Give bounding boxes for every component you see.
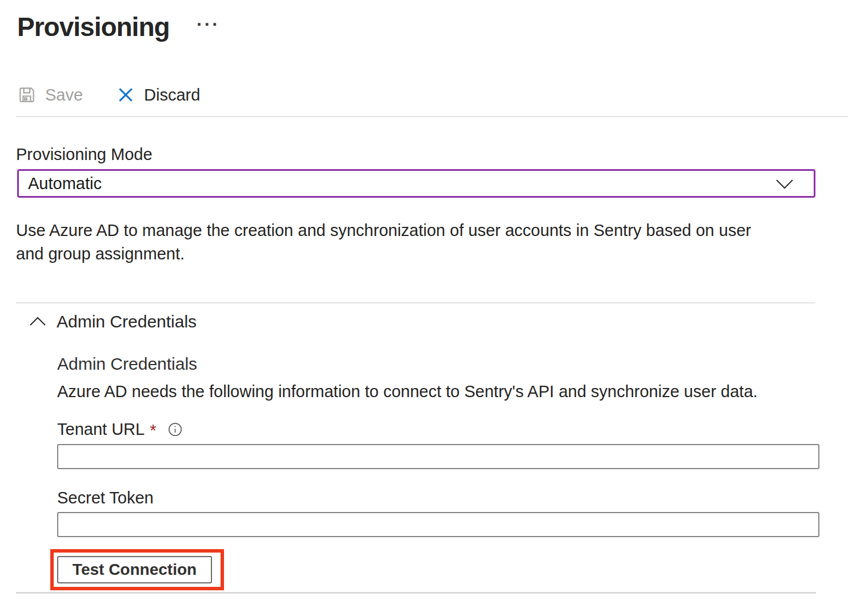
- provisioning-mode-selected-value: Automatic: [28, 174, 102, 193]
- provisioning-description: Use Azure AD to manage the creation and …: [16, 219, 762, 266]
- admin-credentials-accordion-header[interactable]: Admin Credentials: [29, 312, 197, 331]
- provisioning-mode-dropdown[interactable]: Automatic: [17, 169, 815, 198]
- x-close-icon: [116, 85, 135, 105]
- save-button[interactable]: Save: [17, 85, 83, 105]
- page-title: Provisioning: [17, 11, 170, 42]
- required-asterisk: *: [150, 421, 156, 440]
- tenant-url-label: Tenant URL: [57, 420, 145, 439]
- toolbar-divider: [16, 116, 848, 117]
- provisioning-page: Provisioning ··· Save Discard: [0, 0, 848, 616]
- info-icon[interactable]: [167, 422, 183, 437]
- save-floppy-icon: [17, 85, 37, 105]
- admin-credentials-description: Azure AD needs the following information…: [57, 382, 758, 401]
- chevron-down-icon: [775, 178, 794, 190]
- discard-label: Discard: [144, 86, 200, 105]
- command-bar: Save Discard: [17, 81, 200, 109]
- tenant-url-label-row: Tenant URL *: [57, 420, 183, 439]
- more-options-button[interactable]: ···: [197, 13, 220, 35]
- provisioning-mode-label: Provisioning Mode: [16, 145, 153, 164]
- chevron-up-icon: [29, 315, 47, 329]
- discard-button[interactable]: Discard: [116, 85, 200, 105]
- section-divider: [16, 302, 815, 303]
- admin-credentials-heading: Admin Credentials: [57, 354, 197, 374]
- tenant-url-input[interactable]: [57, 444, 819, 469]
- bottom-divider: [16, 592, 816, 594]
- secret-token-label: Secret Token: [57, 489, 154, 507]
- save-label: Save: [45, 86, 83, 105]
- test-connection-button[interactable]: Test Connection: [57, 556, 212, 583]
- secret-token-input[interactable]: [57, 512, 819, 537]
- admin-credentials-section-title: Admin Credentials: [57, 312, 197, 331]
